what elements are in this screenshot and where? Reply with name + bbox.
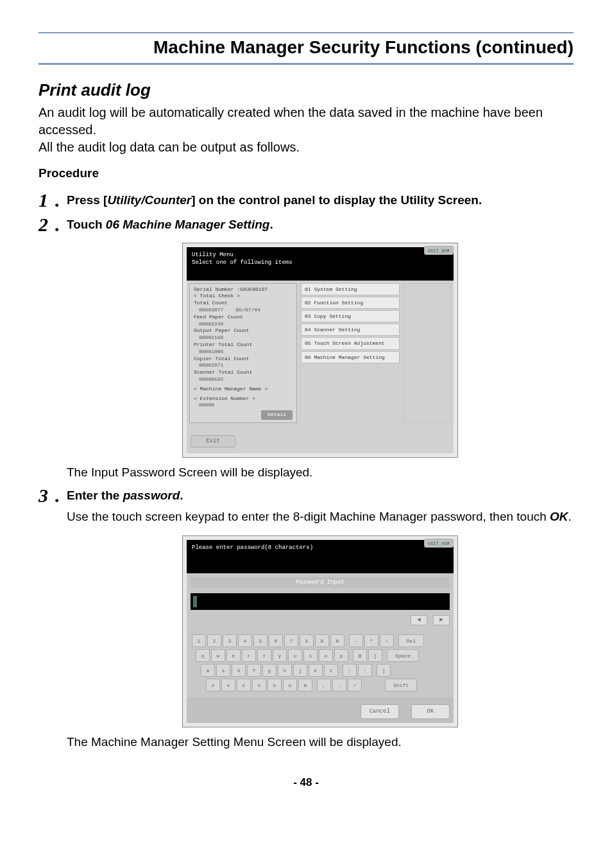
key-3[interactable]: 3 (223, 634, 237, 647)
cancel-button[interactable]: Cancel (361, 704, 399, 719)
page-title: Machine Manager Security Functions (cont… (38, 35, 574, 65)
menu-scanner-setting[interactable]: 04 Scanner Setting (301, 324, 400, 336)
key-comma[interactable]: , (317, 679, 331, 691)
step-3-result: The Machine Manager Setting Menu Screen … (67, 734, 574, 751)
step-1-dot: . (55, 191, 67, 210)
screenshot-password-input: OGIT_05M Please enter password(8 charact… (182, 535, 458, 727)
key-rbracket[interactable]: ] (377, 664, 391, 677)
exit-button[interactable]: Exit (191, 435, 235, 447)
nav-left-button[interactable]: ◄ (411, 615, 427, 625)
key-o[interactable]: o (319, 649, 333, 662)
serial-label: Serial Number (194, 286, 234, 292)
step-2-result: The Input Password Screen will be displa… (67, 464, 574, 482)
key-del[interactable]: Del (398, 634, 424, 647)
serial-value: :56UE00187 (237, 286, 268, 292)
menu-touch-screen-adjustment[interactable]: 05 Touch Screen Adjustment (301, 337, 400, 349)
shot2-tab: OGIT_05M (424, 539, 454, 548)
key-h[interactable]: h (278, 664, 292, 677)
screenshot-utility-menu: OGIT_05M Utility Menu Select one of foll… (182, 243, 458, 458)
key-0[interactable]: 0 (330, 634, 344, 647)
shot2-prompt: Please enter password(8 characters) (192, 544, 448, 552)
key-p[interactable]: p (334, 649, 348, 662)
output-label: Output Paper Count (194, 327, 293, 334)
mgr-name-label: < Machine Manager Name > (194, 386, 293, 393)
key-8[interactable]: 8 (300, 634, 314, 647)
procedure-heading: Procedure (38, 166, 574, 180)
step-3-desc-em: OK (550, 510, 568, 523)
printer-label: Printer Total Count (194, 342, 293, 349)
key-c[interactable]: c (237, 679, 251, 691)
key-backslash[interactable]: \ (380, 634, 394, 647)
key-slash[interactable]: / (348, 679, 362, 691)
key-7[interactable]: 7 (284, 634, 298, 647)
key-semicolon[interactable]: ; (343, 664, 357, 677)
key-4[interactable]: 4 (238, 634, 252, 647)
key-s[interactable]: s (216, 664, 230, 677)
detail-button[interactable]: Detail (261, 410, 293, 420)
key-v[interactable]: v (252, 679, 266, 691)
menu-system-setting[interactable]: 01 System Setting (301, 283, 400, 295)
key-m[interactable]: m (298, 679, 312, 691)
total-check-label: < Total Check > (194, 293, 293, 300)
password-field[interactable] (191, 593, 450, 610)
scanner-label: Scanner Total Count (194, 369, 293, 376)
key-r[interactable]: r (242, 649, 256, 662)
key-y[interactable]: y (273, 649, 287, 662)
key-q[interactable]: q (196, 649, 210, 662)
key-1[interactable]: 1 (192, 634, 206, 647)
key-g[interactable]: g (262, 664, 276, 677)
key-l[interactable]: l (324, 664, 338, 677)
key-5[interactable]: 5 (253, 634, 268, 647)
intro-text-2: All the audit log data can be output as … (38, 140, 300, 154)
step-3-desc-post: . (568, 510, 572, 523)
key-9[interactable]: 9 (315, 634, 329, 647)
date-value: 05/07/04 (236, 307, 260, 313)
copier-value: 00002071 (199, 362, 293, 369)
key-f[interactable]: f (247, 664, 261, 677)
key-i[interactable]: i (303, 649, 318, 662)
key-lbracket[interactable]: [ (368, 649, 382, 662)
step-1-number: 1 (38, 191, 55, 210)
key-j[interactable]: j (293, 664, 307, 677)
menu-copy-setting[interactable]: 03 Copy Setting (301, 310, 400, 322)
key-caret[interactable]: ^ (364, 634, 378, 647)
key-e[interactable]: e (226, 649, 241, 662)
step-2-pre: Touch (67, 218, 106, 231)
copier-label: Copier Total Count (194, 356, 293, 363)
key-w[interactable]: w (211, 649, 225, 662)
section-heading: Print audit log (38, 80, 574, 100)
key-k[interactable]: k (309, 664, 323, 677)
key-6[interactable]: 6 (269, 634, 283, 647)
step-1-post: ] on the control panel to display the Ut… (191, 193, 482, 207)
key-shift[interactable]: Shift (385, 679, 417, 691)
step-3-dot: . (55, 486, 67, 505)
ext-value: 00000 (199, 402, 293, 409)
key-space[interactable]: Space (387, 649, 419, 662)
step-3-number: 3 (38, 486, 55, 505)
key-u[interactable]: u (288, 649, 302, 662)
key-d[interactable]: d (232, 664, 246, 677)
shot1-info-panel: Serial Number :56UE00187 < Total Check >… (189, 283, 297, 423)
key-colon[interactable]: : (358, 664, 372, 677)
scanner-value: 00000192 (199, 376, 293, 383)
key-at[interactable]: @ (353, 649, 367, 662)
feed-value: 00002249 (199, 321, 293, 328)
key-z[interactable]: z (206, 679, 220, 691)
step-1-em: Utility/Counter (107, 193, 191, 207)
step-1-pre: Press [ (67, 193, 107, 207)
printer-value: 00001006 (199, 349, 293, 356)
key-n[interactable]: n (283, 679, 297, 691)
key-minus[interactable]: - (349, 634, 363, 647)
ok-button[interactable]: OK (411, 704, 450, 719)
menu-function-setting[interactable]: 02 Function Setting (301, 297, 400, 309)
shot1-header1: Utility Menu (192, 251, 448, 259)
nav-right-button[interactable]: ► (433, 615, 450, 625)
shot1-header2: Select one of following items (192, 259, 448, 267)
key-x[interactable]: x (221, 679, 235, 691)
key-period[interactable]: . (332, 679, 346, 691)
key-a[interactable]: a (201, 664, 215, 677)
menu-machine-manager-setting[interactable]: 06 Machine Manager Setting (301, 351, 400, 363)
key-2[interactable]: 2 (207, 634, 221, 647)
key-t[interactable]: t (257, 649, 271, 662)
key-b[interactable]: b (268, 679, 282, 691)
